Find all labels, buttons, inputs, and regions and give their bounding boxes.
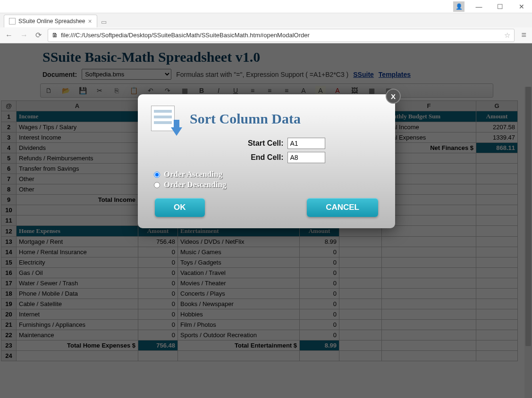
sort-modal: X Sort Column Data Start Cell: End Cell:… [138,94,395,228]
modal-title: Sort Column Data [190,111,301,127]
modal-close-button[interactable]: X [386,89,401,104]
start-cell-input[interactable] [287,138,325,149]
end-cell-label: End Cell: [208,153,284,162]
favicon-icon [9,18,16,25]
url-input[interactable]: 🗎 file:///C:/Users/Softpedia/Desktop/SSu… [48,29,515,42]
browser-tab[interactable]: SSuite Online Spreadshee × [4,15,97,27]
maximize-button[interactable]: ☐ [490,0,511,13]
order-ascending-radio[interactable] [154,172,160,178]
reload-button[interactable]: ⟳ [34,31,43,40]
tab-close-icon[interactable]: × [88,17,92,25]
new-tab-button[interactable]: ▭ [97,17,110,27]
close-button[interactable]: ✕ [511,0,532,13]
page-icon: 🗎 [52,32,58,39]
order-descending-radio[interactable] [154,182,160,188]
bookmark-icon[interactable]: ☆ [504,31,510,40]
sort-icon [149,104,181,134]
order-descending-label: Order Descending [164,180,226,190]
order-ascending-label: Order Ascending [164,170,222,179]
tab-title: SSuite Online Spreadshee [18,18,85,25]
url-text: file:///C:/Users/Softpedia/Desktop/SSuit… [61,32,501,39]
forward-button[interactable]: → [19,31,29,40]
window-titlebar: 👤 — ☐ ✕ [0,0,532,13]
cancel-button[interactable]: CANCEL [307,198,378,217]
browser-tabbar: SSuite Online Spreadshee × ▭ [0,13,532,27]
minimize-button[interactable]: — [468,0,490,13]
user-icon[interactable]: 👤 [453,1,464,12]
browser-menu-icon[interactable]: ≡ [519,30,528,40]
end-cell-input[interactable] [287,152,325,163]
address-bar: ← → ⟳ 🗎 file:///C:/Users/Softpedia/Deskt… [0,27,532,43]
start-cell-label: Start Cell: [208,139,284,148]
back-button[interactable]: ← [4,31,14,40]
ok-button[interactable]: OK [155,198,205,217]
